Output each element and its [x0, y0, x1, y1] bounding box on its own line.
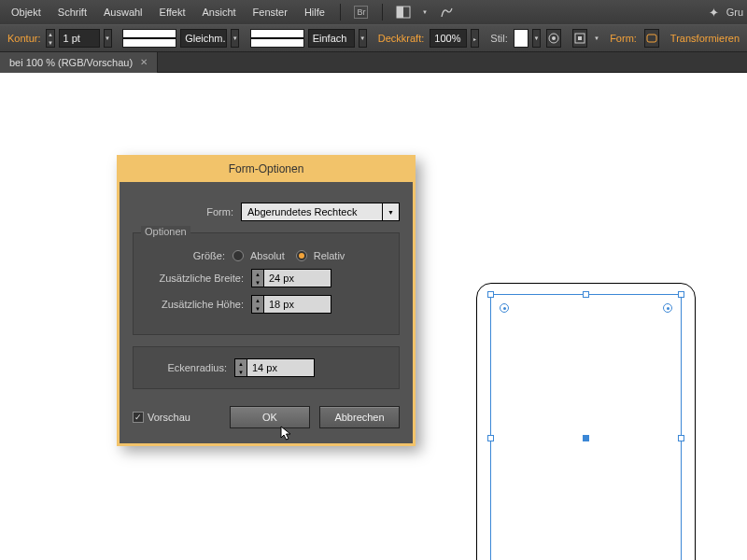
cancel-button[interactable]: Abbrechen	[319, 406, 400, 428]
svg-rect-5	[578, 36, 582, 40]
resize-handle-tl[interactable]	[487, 291, 494, 298]
eckenradius-stepper[interactable]: ▲▼	[234, 358, 315, 377]
document-tab-title: bei 100 % (RGB/Vorschau)	[9, 57, 133, 68]
menu-objekt[interactable]: Objekt	[4, 3, 49, 21]
optionen-legend: Optionen	[141, 226, 190, 237]
gpu-icon[interactable]	[435, 3, 458, 21]
tab-close-icon[interactable]: ✕	[140, 57, 148, 67]
form-select[interactable]: Abgerundetes Rechteck ▼	[241, 203, 400, 221]
stroke-weight-dropdown[interactable]: ▼	[104, 29, 112, 48]
brush-name[interactable]: Einfach	[308, 29, 355, 48]
eckenradius-section: Eckenradius: ▲▼	[133, 346, 400, 389]
eckenradius-input[interactable]	[247, 358, 315, 377]
extra-height-input[interactable]	[264, 295, 331, 314]
align-dropdown[interactable]: ▼	[593, 29, 600, 48]
ok-button[interactable]: OK	[230, 406, 310, 428]
svg-rect-1	[397, 7, 403, 18]
corner-widget-tl[interactable]	[500, 303, 509, 313]
svg-rect-6	[647, 35, 656, 42]
menu-hilfe[interactable]: Hilfe	[297, 3, 332, 21]
selection-center-point[interactable]	[583, 435, 589, 441]
workspace-label[interactable]: Gru	[726, 7, 743, 18]
stroke-profile-preview[interactable]	[122, 29, 176, 48]
corner-widget-tr[interactable]	[663, 303, 672, 313]
extra-height-label: Zusätzliche Höhe:	[145, 299, 246, 310]
form-field-label: Form:	[133, 206, 235, 217]
kontur-label: Kontur:	[6, 33, 42, 44]
extra-width-label: Zusätzliche Breite:	[145, 273, 246, 284]
extra-height-stepper[interactable]: ▲▼	[251, 295, 331, 314]
menu-schrift[interactable]: Schrift	[50, 3, 94, 21]
svg-point-3	[552, 36, 556, 40]
stroke-profile-dropdown[interactable]: ▼	[231, 29, 239, 48]
dialog-title: Form-Optionen	[120, 158, 413, 182]
form-select-value: Abgerundetes Rechteck	[241, 203, 383, 221]
vorschau-checkbox[interactable]: ✓ Vorschau	[133, 412, 190, 423]
menubar: Objekt Schrift Auswahl Effekt Ansicht Fe…	[0, 0, 747, 24]
recolor-icon[interactable]	[546, 29, 561, 48]
menubar-separator	[340, 4, 341, 21]
arrange-docs-dropdown[interactable]: ▼	[418, 3, 431, 21]
stroke-profile[interactable]: Gleichm.	[180, 29, 227, 48]
deckkraft-label: Deckkraft:	[376, 33, 427, 44]
align-icon[interactable]	[572, 29, 587, 48]
chevron-down-icon: ▼	[383, 203, 400, 221]
resize-handle-l[interactable]	[487, 435, 494, 441]
checkbox-icon: ✓	[133, 412, 144, 423]
document-tabstrip: bei 100 % (RGB/Vorschau) ✕	[0, 52, 747, 73]
bridge-icon[interactable]: Br	[350, 3, 373, 21]
resize-handle-t[interactable]	[583, 291, 589, 298]
relativ-radio[interactable]: Relativ	[296, 250, 345, 261]
menu-auswahl[interactable]: Auswahl	[96, 3, 150, 21]
resize-handle-tr[interactable]	[678, 291, 684, 298]
arrange-docs-icon[interactable]	[392, 3, 415, 21]
groesse-label: Größe:	[145, 250, 227, 261]
selection-bounding-box[interactable]	[490, 294, 682, 560]
brush-preview[interactable]	[250, 29, 304, 48]
stroke-stepper[interactable]: ▲▼	[46, 29, 54, 48]
vorschau-label: Vorschau	[148, 412, 190, 423]
menu-fenster[interactable]: Fenster	[246, 3, 295, 21]
transform-label[interactable]: Transformieren	[669, 33, 741, 44]
eckenradius-label: Eckenradius:	[145, 362, 229, 373]
opacity-dropdown[interactable]: ▸	[471, 29, 479, 48]
radio-icon	[233, 250, 244, 261]
radio-icon	[296, 250, 307, 261]
menu-ansicht[interactable]: Ansicht	[195, 3, 244, 21]
resize-handle-r[interactable]	[678, 435, 684, 441]
menu-effekt[interactable]: Effekt	[152, 3, 193, 21]
control-toolbar: Kontur: ▲▼ 1 pt ▼ Gleichm. ▼ Einfach ▼ D…	[0, 24, 747, 52]
stil-label: Stil:	[488, 33, 509, 44]
extra-width-stepper[interactable]: ▲▼	[251, 269, 331, 287]
form-label[interactable]: Form:	[608, 33, 639, 44]
menubar-separator	[382, 4, 383, 21]
absolut-radio[interactable]: Absolut	[233, 250, 285, 261]
graphic-style-dropdown[interactable]: ▼	[532, 29, 541, 48]
graphic-style-swatch[interactable]	[514, 29, 529, 48]
extra-width-input[interactable]	[264, 269, 331, 287]
optionen-fieldset: Optionen Größe: Absolut Relativ Zusätzli…	[133, 232, 400, 335]
stroke-weight[interactable]: 1 pt	[59, 29, 100, 48]
document-tab[interactable]: bei 100 % (RGB/Vorschau) ✕	[0, 52, 158, 73]
opacity-value[interactable]: 100%	[430, 29, 467, 48]
absolut-radio-label: Absolut	[250, 250, 285, 261]
form-optionen-dialog: Form-Optionen Form: Abgerundetes Rechtec…	[117, 155, 416, 446]
brush-dropdown[interactable]: ▼	[359, 29, 367, 48]
relativ-radio-label: Relativ	[314, 250, 345, 261]
sync-icon[interactable]: ✦	[709, 6, 719, 20]
shape-icon[interactable]	[644, 29, 659, 48]
